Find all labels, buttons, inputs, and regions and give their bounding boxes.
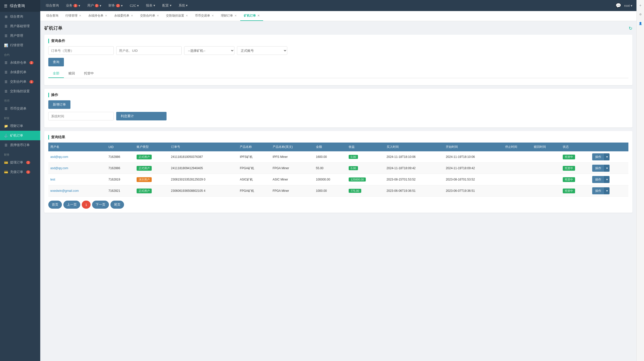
tab-delivery-contract[interactable]: 交割合约单 ✕	[137, 11, 163, 21]
right-icon-user[interactable]: 👤	[638, 21, 643, 26]
sidebar-item-user-basic[interactable]: ☰ 用户基础管理	[0, 21, 40, 31]
sidebar-item-market-mgmt[interactable]: 📊 行情管理	[0, 40, 40, 50]
top-nav: 综合查询 业务 3 ▾ 用户 3 ▾ 财务 2 ▾ C2C ▾ 报表 ▾ 配置 …	[40, 0, 636, 11]
right-icon-1[interactable]: ＋	[638, 3, 643, 8]
page-next-btn[interactable]: 下一页	[92, 201, 109, 209]
topnav-report[interactable]: 报表 ▾	[144, 3, 157, 8]
username-link[interactable]: wxedwin@gmail.com	[50, 189, 79, 193]
topnav-c2c[interactable]: C2C ▾	[128, 4, 141, 8]
sidebar-item-delivery-control[interactable]: ☰ 交割场控设置	[0, 86, 40, 96]
action-button[interactable]: 操作	[592, 153, 604, 160]
sidebar-item-miner-order[interactable]: ⚓ 矿机订单	[0, 131, 40, 140]
tab-miner-order-close[interactable]: ✕	[257, 14, 260, 17]
cell-redeem-time	[532, 151, 561, 163]
account-type-select[interactable]: 正式账号 演示账号	[237, 46, 287, 55]
tab-coin-trade[interactable]: 币币交易单 ✕	[191, 11, 217, 21]
sidebar-item-perpetual-entrust[interactable]: ☰ 永续委托单	[0, 67, 40, 77]
sidebar-item-wealth-order[interactable]: 📁 理财订单	[0, 121, 40, 131]
cell-income: 0.00	[347, 151, 385, 163]
sidebar-item-withdraw[interactable]: 💳 提现订单 1	[0, 158, 40, 167]
user-input[interactable]	[116, 46, 182, 55]
page-prev-btn[interactable]: 上一页	[63, 201, 80, 209]
cell-action: 操作 ▾	[590, 174, 628, 185]
tab-perpetual-entrust-close[interactable]: ✕	[131, 14, 133, 17]
tab-perpetual-hold-close[interactable]: ✕	[105, 14, 107, 17]
search-button[interactable]: 查询	[48, 58, 64, 66]
action-button[interactable]: 操作	[592, 176, 604, 183]
tab-wealth-order[interactable]: 理财订单 ✕	[217, 11, 240, 21]
cell-order-no: 2411181810050376387	[169, 151, 238, 163]
tab-delivery-control-close[interactable]: ✕	[186, 14, 188, 17]
refresh-icon[interactable]: ↻	[629, 26, 632, 31]
sidebar-item-coin-trade[interactable]: ☰ 币币交易单	[0, 104, 40, 113]
username-link[interactable]: test	[50, 178, 55, 181]
sidebar-item-perpetual-hold[interactable]: ☰ 永续持仓单 2	[0, 58, 40, 67]
tab-wealth-order-close[interactable]: ✕	[234, 14, 237, 17]
tab-delivery-control[interactable]: 交割场控设置 ✕	[163, 11, 191, 21]
user-badge: 3	[95, 4, 99, 7]
cell-username: wxedwin@gmail.com	[48, 185, 106, 197]
cell-username: asd@qq.com	[48, 163, 106, 174]
action-dropdown-btn[interactable]: ▾	[604, 153, 610, 160]
tab-perpetual-hold[interactable]: 永续持仓单 ✕	[85, 11, 111, 21]
order-no-input[interactable]	[48, 46, 114, 55]
miner-select[interactable]: --选择矿机--	[184, 46, 234, 55]
cell-uid: 7162886	[106, 151, 135, 163]
sidebar-item-recharge[interactable]: 💳 充值订单 1	[0, 167, 40, 177]
recalc-button[interactable]: 利息重计	[116, 112, 167, 120]
page-last-btn[interactable]: 尾页	[110, 201, 124, 209]
operation-section-label: 操作	[48, 93, 628, 97]
perpetual-hold-icon: ☰	[4, 61, 8, 65]
topnav-user[interactable]: 用户 3 ▾	[86, 3, 103, 8]
col-order-no: 订单号	[169, 143, 238, 151]
username-link[interactable]: asd@qq.com	[50, 155, 68, 159]
topnav-system[interactable]: 系统 ▾	[177, 3, 189, 8]
action-dropdown-btn[interactable]: ▾	[604, 165, 610, 172]
message-icon[interactable]: 💬	[616, 3, 621, 8]
topnav-finance[interactable]: 财务 2 ▾	[107, 3, 124, 8]
sidebar-item-label: 充值订单	[10, 170, 23, 174]
action-dropdown-btn[interactable]: ▾	[604, 187, 610, 194]
sidebar-item-delivery-contract[interactable]: ☰ 交割合约单 1	[0, 77, 40, 86]
tab-perpetual-entrust[interactable]: 永续委托单 ✕	[111, 11, 137, 21]
filter-tab-managed[interactable]: 托管中	[79, 69, 98, 78]
sidebar-item-label: 永续委托单	[10, 70, 26, 74]
topnav-config[interactable]: 配置 ▾	[161, 3, 173, 8]
filter-tab-redeem[interactable]: 赎回	[64, 69, 79, 78]
action-button[interactable]: 操作	[592, 165, 604, 172]
cell-product-name: FPGA矿机	[238, 163, 270, 174]
username-link[interactable]: asd@qq.com	[50, 166, 68, 170]
tab-coin-trade-close[interactable]: ✕	[212, 14, 214, 17]
action-dropdown-btn[interactable]: ▾	[604, 176, 610, 183]
cell-order-no: 2411181809412940405	[169, 163, 238, 174]
tab-miner-order[interactable]: 矿机订单 ✕	[240, 11, 263, 21]
col-start-time: 开始时间	[444, 143, 503, 151]
system-time-input[interactable]	[48, 112, 114, 120]
sidebar-item-user-mgmt[interactable]: ☰ 用户管理	[0, 31, 40, 40]
tab-delivery-contract-close[interactable]: ✕	[157, 14, 159, 17]
topnav-business[interactable]: 业务 3 ▾	[64, 3, 82, 8]
cell-income: 775.00	[347, 185, 385, 197]
cell-income: 0.00	[347, 163, 385, 174]
miner-order-icon: ⚓	[4, 133, 8, 138]
user-label[interactable]: root ▾	[624, 4, 632, 8]
right-icon-2[interactable]: ⚙	[638, 12, 643, 17]
new-order-button[interactable]: 新增订单	[48, 100, 70, 109]
sidebar-item-pledge-order[interactable]: ☰ 质押借币订单	[0, 140, 40, 150]
filter-tab-all[interactable]: 全部	[48, 69, 64, 78]
action-group: 操作 ▾	[592, 187, 626, 194]
page-current-btn[interactable]: 1	[82, 201, 91, 209]
col-stop-time: 停止时间	[503, 143, 532, 151]
menu-icon[interactable]: ☰	[4, 4, 7, 8]
perpetual-entrust-icon: ☰	[4, 70, 8, 74]
user-mgmt-icon: ☰	[4, 34, 8, 38]
status-badge: 托管中	[563, 155, 575, 159]
table-body: asd@qq.com 7162886 正式用户 2411181810050376…	[48, 151, 628, 197]
sidebar-item-overview[interactable]: ⊞ 综合查询	[0, 12, 40, 21]
tab-market-close[interactable]: ✕	[79, 14, 81, 17]
tab-market[interactable]: 行情管理 ✕	[62, 11, 85, 21]
tab-overview[interactable]: 综合查询	[43, 11, 62, 21]
action-button[interactable]: 操作	[592, 187, 604, 194]
page-first-btn[interactable]: 首页	[48, 201, 62, 209]
topnav-overview[interactable]: 综合查询	[44, 3, 60, 8]
